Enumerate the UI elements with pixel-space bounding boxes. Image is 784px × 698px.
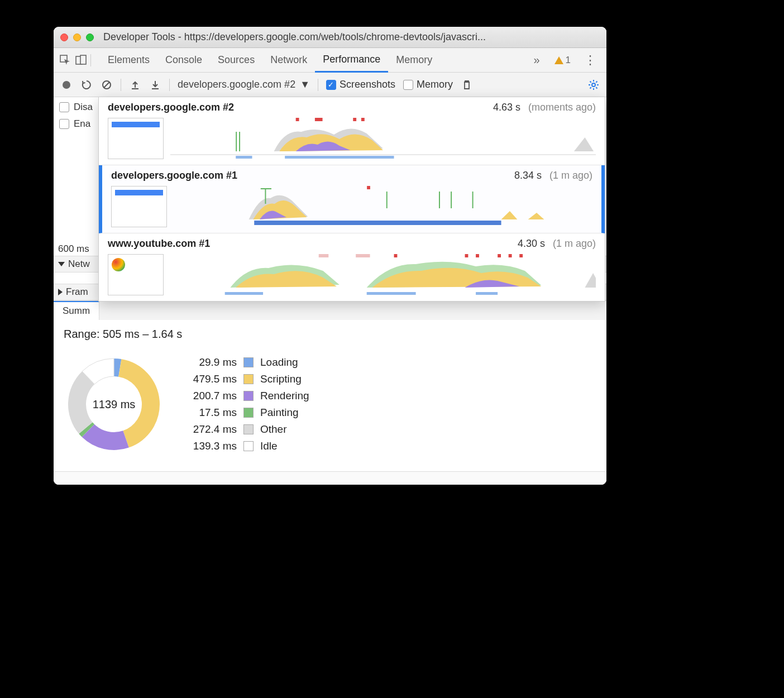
recording-select-value: developers.google.com #2 (178, 79, 295, 90)
checkbox-icon (59, 102, 69, 112)
tab-console[interactable]: Console (157, 48, 210, 73)
memory-checkbox[interactable]: Memory (403, 79, 453, 90)
svg-rect-34 (498, 254, 501, 257)
network-section-label: Netw (68, 259, 90, 270)
svg-rect-27 (367, 292, 416, 295)
checkbox-icon (403, 80, 413, 90)
recording-thumbnail (111, 186, 167, 227)
svg-rect-14 (353, 118, 356, 121)
minimize-window-button[interactable] (73, 34, 81, 41)
recording-timeline (174, 186, 592, 227)
close-window-button[interactable] (60, 34, 68, 41)
tab-sources[interactable]: Sources (210, 48, 262, 73)
chevron-right-icon (58, 289, 63, 295)
svg-rect-12 (296, 118, 299, 121)
reload-record-button[interactable] (80, 79, 93, 91)
window-title: Developer Tools - https://developers.goo… (103, 31, 486, 43)
recording-title: www.youtube.com #1 (108, 238, 510, 250)
disable-js-option[interactable]: Disa (59, 102, 93, 113)
svg-point-3 (63, 81, 70, 89)
legend-swatch (243, 408, 254, 418)
svg-rect-31 (394, 254, 398, 257)
frames-section-label: Fram (66, 286, 88, 298)
details-tabstrip: Summ (54, 300, 606, 320)
recording-thumbnail (108, 254, 164, 295)
more-tabs-icon[interactable]: » (528, 54, 545, 66)
legend-row: 29.9 msLoading (187, 356, 309, 369)
range-text: Range: 505 ms – 1.64 s (54, 320, 606, 348)
legend-label: Idle (260, 440, 278, 452)
svg-rect-24 (451, 192, 452, 208)
screenshots-label: Screenshots (340, 79, 395, 90)
legend-value: 479.5 ms (187, 373, 237, 385)
svg-rect-29 (319, 254, 329, 257)
performance-panel: Disa Ena 600 ms Netw Fram Summ developer… (54, 97, 606, 485)
recording-item[interactable]: developers.google.com #1 8.34 s (1 m ago… (99, 165, 605, 233)
svg-rect-15 (361, 118, 365, 121)
legend-row: 17.5 msPainting (187, 407, 309, 419)
recording-time: (moments ago) (528, 102, 596, 113)
svg-rect-18 (254, 221, 501, 225)
recording-item[interactable]: developers.google.com #2 4.63 s (moments… (99, 97, 605, 165)
recording-duration: 8.34 s (514, 170, 542, 181)
menu-icon[interactable]: ⋮ (580, 53, 601, 68)
panel-footer (54, 471, 606, 485)
recording-duration: 4.63 s (493, 102, 520, 113)
recordings-popover: developers.google.com #2 4.63 s (moments… (98, 97, 605, 302)
load-profile-button[interactable] (129, 79, 141, 91)
svg-rect-16 (236, 132, 237, 151)
settings-button[interactable] (587, 79, 600, 91)
divider (121, 79, 121, 91)
recording-duration: 4.30 s (518, 238, 545, 250)
svg-rect-30 (356, 254, 370, 257)
record-button[interactable] (60, 79, 73, 91)
panel-tabs: Elements Console Sources Network Perform… (100, 48, 524, 73)
legend-value: 272.4 ms (187, 423, 237, 436)
recording-item[interactable]: www.youtube.com #1 4.30 s (1 m ago) (99, 233, 605, 301)
legend: 29.9 msLoading479.5 msScripting200.7 msR… (187, 356, 309, 452)
recording-time: (1 m ago) (549, 170, 592, 181)
recording-timeline (170, 254, 596, 295)
tab-performance[interactable]: Performance (315, 48, 388, 73)
enable-option[interactable]: Ena (59, 118, 93, 130)
warnings-badge[interactable]: 1 (549, 55, 576, 66)
svg-line-5 (104, 82, 109, 88)
svg-point-8 (592, 83, 595, 87)
divider (169, 79, 170, 91)
titlebar: Developer Tools - https://developers.goo… (54, 27, 606, 48)
screenshots-checkbox[interactable]: Screenshots (326, 79, 395, 90)
devtools-tabstrip: Elements Console Sources Network Perform… (54, 48, 606, 73)
clear-button[interactable] (101, 79, 113, 91)
checkbox-icon (59, 119, 69, 129)
tab-network[interactable]: Network (262, 48, 315, 73)
svg-rect-36 (519, 254, 523, 257)
svg-rect-10 (285, 156, 394, 159)
recording-title: developers.google.com #1 (111, 170, 506, 181)
garbage-collect-button[interactable] (461, 79, 473, 91)
inspect-element-icon[interactable] (59, 54, 71, 66)
save-profile-button[interactable] (149, 79, 161, 91)
recording-title: developers.google.com #2 (108, 102, 485, 113)
warning-count: 1 (566, 55, 571, 66)
donut-chart: 1139 ms (64, 354, 164, 455)
legend-swatch (243, 374, 254, 384)
recording-select[interactable]: developers.google.com #2 ▼ (178, 79, 310, 90)
performance-toolbar: developers.google.com #2 ▼ Screenshots M… (54, 73, 606, 97)
svg-rect-22 (386, 192, 388, 208)
device-toggle-icon[interactable] (75, 54, 87, 66)
maximize-window-button[interactable] (86, 34, 94, 41)
svg-rect-23 (439, 192, 440, 208)
recording-time: (1 m ago) (553, 238, 596, 250)
tab-elements[interactable]: Elements (100, 48, 157, 73)
chevron-down-icon: ▼ (300, 79, 310, 90)
capture-options: Disa Ena (54, 97, 98, 242)
legend-swatch (243, 441, 254, 451)
tab-summary[interactable]: Summ (54, 301, 99, 320)
legend-value: 17.5 ms (187, 407, 237, 419)
tab-memory[interactable]: Memory (388, 48, 440, 73)
svg-rect-33 (476, 254, 479, 257)
legend-row: 479.5 msScripting (187, 373, 309, 385)
legend-swatch (243, 357, 254, 367)
legend-label: Scripting (260, 373, 302, 385)
legend-label: Loading (260, 356, 298, 369)
